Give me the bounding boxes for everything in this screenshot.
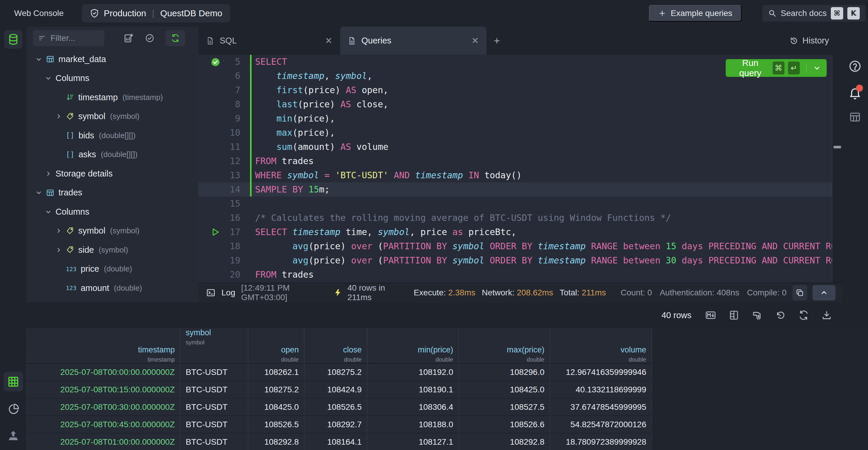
history-button[interactable]: History xyxy=(789,27,842,55)
tree-expander[interactable] xyxy=(35,56,46,63)
tree-item-symbol[interactable]: symbol (symbol) xyxy=(27,107,198,126)
search-docs-button[interactable]: Search docs ⌘ K xyxy=(762,5,866,22)
chevron-down-icon[interactable] xyxy=(45,75,52,82)
code-line-14[interactable]: 14SAMPLE BY 15m; xyxy=(198,182,832,197)
grid-header-min(price)[interactable]: min(price) double xyxy=(367,328,459,363)
chevron-right-icon[interactable] xyxy=(45,170,52,177)
layout-panel-button[interactable] xyxy=(842,111,868,123)
refresh-schema-button[interactable] xyxy=(166,30,185,46)
grid-header-symbol[interactable]: symbol symbol xyxy=(180,328,248,363)
grid-header-volume[interactable]: volume double xyxy=(550,328,652,363)
line-number: 5 xyxy=(198,55,246,69)
table-row[interactable]: 2025-07-08T00:30:00.000000ZBTC-USDT10842… xyxy=(27,398,652,416)
grid-header-open[interactable]: open double xyxy=(248,328,304,363)
run-line-play-icon[interactable] xyxy=(210,227,221,238)
check-circle-icon[interactable] xyxy=(145,33,154,43)
table-row[interactable]: 2025-07-08T00:45:00.000000ZBTC-USDT10852… xyxy=(27,416,652,433)
tree-item-amount[interactable]: 123 amount (double) xyxy=(27,279,198,298)
tree-expander[interactable] xyxy=(45,75,56,82)
code-line-10[interactable]: 10 max(price), xyxy=(198,126,832,140)
add-metrics-icon[interactable] xyxy=(124,33,134,43)
tree-item-Columns[interactable]: Columns xyxy=(27,202,198,221)
table-row[interactable]: 2025-07-08T01:00:00.000000ZBTC-USDT10829… xyxy=(27,433,652,450)
close-tab-icon[interactable]: ✕ xyxy=(325,35,333,46)
run-query-label: Run query xyxy=(732,58,769,78)
code-line-11[interactable]: 11 sum(amount) AS volume xyxy=(198,140,832,154)
tree-item-symbol[interactable]: symbol (symbol) xyxy=(27,221,198,241)
log-bar: Log [12:49:11 PM GMT+03:00] 40 rows in 2… xyxy=(198,283,842,302)
filter-input[interactable]: Filter... xyxy=(33,30,104,46)
tree-expander[interactable] xyxy=(45,208,56,215)
column-name: symbol xyxy=(186,328,211,337)
refresh-results-icon[interactable] xyxy=(798,310,809,320)
code-line-20[interactable]: 20FROM trades xyxy=(198,268,832,282)
columns-layout-icon[interactable] xyxy=(728,310,739,320)
tab-sql[interactable]: SQL ✕ xyxy=(198,27,340,55)
scrollbar-thumb[interactable] xyxy=(833,146,841,148)
grid-header-max(price)[interactable]: max(price) double xyxy=(459,328,550,363)
code-line-12[interactable]: 12FROM trades xyxy=(198,154,832,168)
instance-pill[interactable]: Production | QuestDB Demo xyxy=(82,4,230,23)
tree-item-side[interactable]: side (symbol) xyxy=(27,241,198,260)
grid-header-close[interactable]: close double xyxy=(304,328,367,363)
tree-expander[interactable] xyxy=(45,170,56,177)
undo-history-icon[interactable] xyxy=(775,310,786,320)
cell-min(price): 108127.1 xyxy=(367,433,459,450)
markdown-export-icon[interactable] xyxy=(705,310,716,321)
tree-item-asks[interactable]: [] asks (double[][]) xyxy=(27,145,198,164)
editor-scrollbar[interactable] xyxy=(832,55,842,283)
tree-item-timestamp[interactable]: timestamp (timestamp) xyxy=(27,88,198,107)
chevron-down-icon[interactable] xyxy=(45,208,52,215)
tree-item-price[interactable]: 123 price (double) xyxy=(27,260,198,279)
code-line-8[interactable]: 8 last(price) AS close, xyxy=(198,97,832,111)
download-csv-icon[interactable] xyxy=(822,310,832,320)
tree-item-market_data[interactable]: market_data xyxy=(27,50,198,69)
cell-min(price): 108188.0 xyxy=(367,416,459,433)
code-line-19[interactable]: 19 avg(price) over (PARTITION BY symbol … xyxy=(198,253,832,268)
help-button[interactable] xyxy=(842,60,868,73)
chevron-down-icon[interactable] xyxy=(35,189,42,196)
log-label[interactable]: Log xyxy=(221,288,235,298)
code-line-16[interactable]: 16/* Calculates the rolling moving avera… xyxy=(198,211,832,225)
chevron-down-icon[interactable] xyxy=(813,64,821,72)
table-row[interactable]: 2025-07-08T00:15:00.000000ZBTC-USDT10827… xyxy=(27,381,652,398)
run-query-button[interactable]: Run query ⌘ ↵ xyxy=(726,59,827,77)
tree-item-trades[interactable]: trades xyxy=(27,183,198,202)
code-line-7[interactable]: 7 first(price) AS open, xyxy=(198,83,832,97)
query-success-icon[interactable] xyxy=(210,57,221,67)
code-line-13[interactable]: 13WHERE symbol = 'BTC-USDT' AND timestam… xyxy=(198,168,832,182)
example-queries-button[interactable]: Example queries xyxy=(649,5,742,22)
tree-item-bids[interactable]: [] bids (double[][]) xyxy=(27,126,198,145)
chevron-down-icon[interactable] xyxy=(35,56,42,63)
code-line-15[interactable]: 15 xyxy=(198,197,832,211)
copy-log-button[interactable] xyxy=(793,285,807,301)
tree-item-Storage details[interactable]: Storage details xyxy=(27,164,198,183)
code-line-18[interactable]: 18 avg(price) over (PARTITION BY symbol … xyxy=(198,239,832,253)
table-row[interactable]: 2025-07-08T00:00:00.000000ZBTC-USDT10826… xyxy=(27,364,652,381)
data-tools-icon[interactable] xyxy=(752,310,763,321)
chevron-right-icon[interactable] xyxy=(55,247,62,253)
close-tab-icon[interactable]: ✕ xyxy=(471,35,479,46)
notifications-button[interactable] xyxy=(842,86,868,100)
collapse-log-button[interactable] xyxy=(812,285,836,301)
import-button[interactable] xyxy=(7,429,20,442)
line-number: 13 xyxy=(198,168,246,182)
questdb-logo[interactable] xyxy=(4,30,23,49)
add-tab-button[interactable] xyxy=(487,27,507,55)
tree-expander[interactable] xyxy=(55,113,66,120)
tree-item-timestamp[interactable]: timestamp (timestamp) xyxy=(27,298,198,303)
tab-queries[interactable]: Queries ✕ xyxy=(340,27,487,55)
sql-editor[interactable]: 5SELECT 6 timestamp, symbol, 7 first(pri… xyxy=(198,55,832,283)
tree-expander[interactable] xyxy=(35,189,46,196)
tree-expander[interactable] xyxy=(55,227,66,234)
column-name: open xyxy=(281,345,299,355)
code-line-9[interactable]: 9 min(price), xyxy=(198,111,832,126)
tree-expander[interactable] xyxy=(55,247,66,253)
grid-header-timestamp[interactable]: timestamp timestamp xyxy=(27,328,180,363)
grid-view-button[interactable] xyxy=(4,372,23,391)
chevron-right-icon[interactable] xyxy=(55,113,62,120)
chart-view-button[interactable] xyxy=(7,403,20,416)
tree-item-Columns[interactable]: Columns xyxy=(27,69,198,88)
chevron-right-icon[interactable] xyxy=(55,227,62,234)
code-line-17[interactable]: 17SELECT timestamp time, symbol, price a… xyxy=(198,225,832,239)
